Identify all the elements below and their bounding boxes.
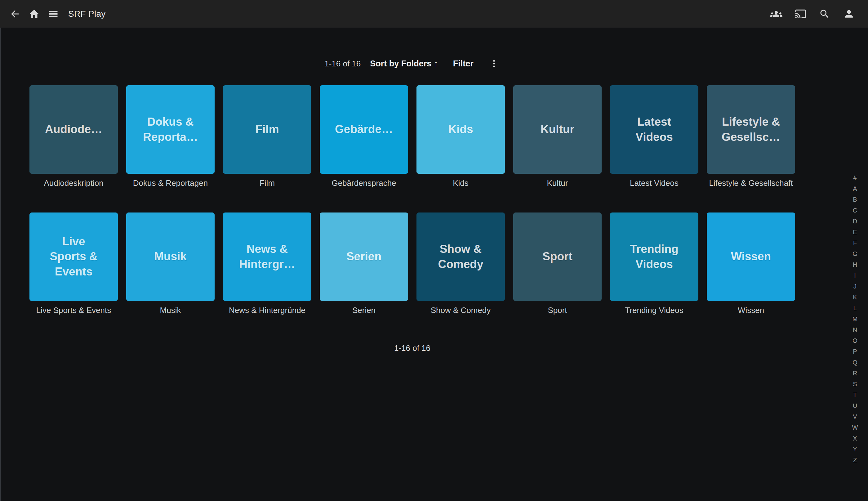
library-folder-tile[interactable]: Live Sports & Events: [30, 213, 118, 301]
alpha-letter[interactable]: H: [849, 259, 860, 270]
alpha-letter[interactable]: F: [849, 238, 860, 248]
alpha-letter[interactable]: #: [849, 172, 860, 183]
alpha-letter[interactable]: Z: [849, 455, 860, 466]
library-folder-tile[interactable]: Lifestyle & Gesellsc…: [707, 85, 795, 174]
library-folder-tile[interactable]: Serien: [320, 213, 408, 301]
alpha-letter[interactable]: R: [849, 368, 860, 379]
library-folder-tile[interactable]: Musik: [126, 213, 215, 301]
tile-title: Trending Videos: [627, 242, 681, 271]
scrollbar-track[interactable]: [0, 28, 1, 501]
alpha-letter[interactable]: N: [849, 324, 860, 335]
search-button[interactable]: [818, 8, 831, 20]
library-cell: FilmFilm: [223, 85, 311, 188]
library-cell: News & Hintergr…News & Hintergründe: [223, 213, 311, 315]
library-toolbar: 1-16 of 16 Sort by Folders ↑ Filter: [30, 57, 795, 71]
alpha-letter[interactable]: V: [849, 411, 860, 422]
alpha-letter[interactable]: B: [849, 194, 860, 205]
alpha-letter[interactable]: Q: [849, 357, 860, 368]
alpha-letter[interactable]: M: [849, 313, 860, 324]
alpha-letter[interactable]: K: [849, 292, 860, 303]
tile-title: Dokus & Reporta…: [140, 115, 201, 144]
home-icon: [29, 8, 40, 20]
tile-caption[interactable]: Kids: [416, 178, 505, 188]
alpha-letter[interactable]: C: [849, 205, 860, 216]
library-folder-tile[interactable]: Show & Comedy: [416, 213, 505, 301]
tile-caption[interactable]: Live Sports & Events: [30, 306, 118, 315]
alpha-letter[interactable]: Y: [849, 444, 860, 455]
alpha-picker: #ABCDEFGHIJKLMNOPQRSTUVWXYZ: [849, 172, 860, 466]
more-options-button[interactable]: [488, 57, 500, 70]
alpha-letter[interactable]: T: [849, 390, 860, 401]
alpha-letter[interactable]: U: [849, 401, 860, 411]
alpha-letter[interactable]: D: [849, 216, 860, 227]
tile-title: Show & Comedy: [435, 242, 487, 271]
library-folder-tile[interactable]: News & Hintergr…: [223, 213, 311, 301]
cast-button[interactable]: [794, 8, 806, 20]
tile-title: Gebärde…: [332, 122, 396, 137]
alpha-letter[interactable]: I: [849, 270, 860, 281]
back-button[interactable]: [9, 8, 21, 20]
library-folder-tile[interactable]: Latest Videos: [610, 85, 698, 174]
search-icon: [819, 8, 830, 20]
tile-caption[interactable]: Latest Videos: [610, 178, 698, 188]
tile-title: News & Hintergr…: [236, 242, 298, 271]
tile-title: Lifestyle & Gesellsc…: [718, 115, 783, 144]
tile-title: Sport: [539, 249, 576, 264]
tile-title: Audiode…: [42, 122, 106, 137]
alpha-letter[interactable]: O: [849, 335, 860, 346]
alpha-letter[interactable]: S: [849, 379, 860, 390]
tile-caption[interactable]: Show & Comedy: [416, 306, 505, 315]
library-folder-tile[interactable]: Gebärde…: [320, 85, 408, 174]
tile-caption[interactable]: Film: [223, 178, 311, 188]
library-folder-tile[interactable]: Wissen: [707, 213, 795, 301]
menu-button[interactable]: [47, 8, 59, 20]
alpha-letter[interactable]: W: [849, 422, 860, 433]
library-cell: WissenWissen: [707, 213, 795, 315]
alpha-letter[interactable]: L: [849, 303, 860, 313]
tile-title: Film: [252, 122, 282, 137]
library-cell: Live Sports & EventsLive Sports & Events: [30, 213, 118, 315]
library-cell: SportSport: [513, 213, 601, 315]
library-cell: Trending VideosTrending Videos: [610, 213, 698, 315]
library-cell: KidsKids: [416, 85, 505, 188]
arrow-back-icon: [9, 8, 21, 20]
tile-caption[interactable]: Wissen: [707, 306, 795, 315]
kebab-menu-icon: [489, 59, 499, 68]
tile-caption[interactable]: Audiodeskription: [30, 178, 118, 188]
alpha-letter[interactable]: X: [849, 433, 860, 444]
tile-title: Live Sports & Events: [46, 234, 100, 279]
tile-caption[interactable]: Serien: [320, 306, 408, 315]
tile-caption[interactable]: News & Hintergründe: [223, 306, 311, 315]
tile-caption[interactable]: Musik: [126, 306, 215, 315]
filter-button[interactable]: Filter: [453, 59, 474, 68]
tile-caption[interactable]: Gebärdensprache: [320, 178, 408, 188]
user-button[interactable]: [843, 8, 855, 20]
alpha-letter[interactable]: G: [849, 248, 860, 259]
library-folder-tile[interactable]: Kultur: [513, 85, 601, 174]
alpha-letter[interactable]: E: [849, 227, 860, 238]
alpha-letter[interactable]: A: [849, 183, 860, 194]
group-people-icon: [770, 8, 782, 20]
sort-button[interactable]: Sort by Folders ↑: [370, 59, 438, 68]
syncplay-button[interactable]: [770, 8, 782, 20]
tile-caption[interactable]: Dokus & Reportagen: [126, 178, 215, 188]
library-cell: Gebärde…Gebärdensprache: [320, 85, 408, 188]
library-folder-tile[interactable]: Trending Videos: [610, 213, 698, 301]
library-folder-tile[interactable]: Film: [223, 85, 311, 174]
hamburger-menu-icon: [48, 8, 59, 20]
library-folder-tile[interactable]: Kids: [416, 85, 505, 174]
library-content: 1-16 of 16 Sort by Folders ↑ Filter Audi…: [0, 28, 868, 501]
tile-caption[interactable]: Kultur: [513, 178, 601, 188]
alpha-letter[interactable]: P: [849, 346, 860, 357]
page-title: SRF Play: [68, 9, 106, 19]
library-folder-tile[interactable]: Audiode…: [30, 85, 118, 174]
alpha-letter[interactable]: J: [849, 281, 860, 292]
tile-caption[interactable]: Lifestyle & Gesellschaft: [707, 178, 795, 188]
library-grid: Audiode…AudiodeskriptionDokus & Reporta……: [30, 85, 803, 340]
sort-ascending-arrow-icon: ↑: [434, 59, 438, 68]
tile-caption[interactable]: Sport: [513, 306, 601, 315]
library-folder-tile[interactable]: Sport: [513, 213, 601, 301]
home-button[interactable]: [28, 8, 40, 20]
tile-caption[interactable]: Trending Videos: [610, 306, 698, 315]
library-folder-tile[interactable]: Dokus & Reporta…: [126, 85, 215, 174]
